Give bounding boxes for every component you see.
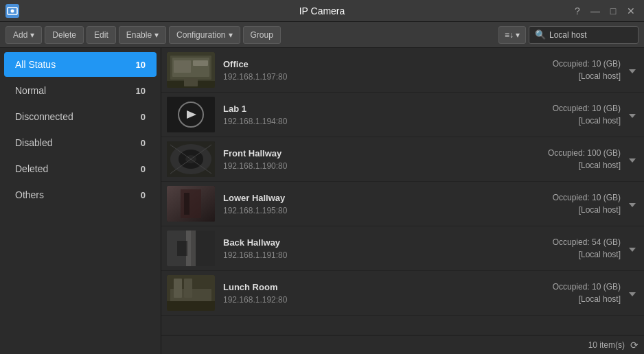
item-count: 10 item(s) [588,340,625,350]
camera-ip-lab1: 192.168.1.194:80 [223,117,553,126]
camera-info-lunch-room: Lunch Room 192.168.1.192:80 [223,282,553,305]
sort-chevron-icon: ▾ [516,30,520,40]
delete-button[interactable]: Delete [45,26,84,44]
camera-ip-lunch-room: 192.168.1.192:80 [223,295,553,305]
camera-info-office: Office 192.168.1.197:80 [223,59,553,82]
camera-name-lab1: Lab 1 [223,104,553,114]
camera-name-office: Office [223,59,553,69]
camera-expand-lower-hallway[interactable] [626,196,639,212]
svg-rect-20 [181,189,201,218]
camera-occupied-lunch-room: Occupied: 10 (GB) [553,282,621,292]
camera-info-lower-hallway: Lower Hallway 192.168.1.195:80 [223,193,553,215]
camera-host-lower-hallway: [Local host] [553,205,621,215]
add-chevron-icon: ▾ [30,30,34,40]
close-button[interactable]: ✕ [623,3,639,19]
camera-occupied-office: Occupied: 10 (GB) [553,59,621,69]
sidebar-item-disconnected[interactable]: Disconnected 0 [4,104,157,129]
sidebar-label-others: Others [15,189,44,200]
sidebar-label-all-status: All Status [15,59,56,70]
camera-host-back-hallway: [Local host] [553,250,621,259]
enable-chevron-icon: ▾ [154,30,159,40]
camera-row-office[interactable]: Office 192.168.1.197:80 Occupied: 10 (GB… [161,48,644,93]
camera-thumb-back-hallway [167,231,215,266]
svg-rect-6 [193,60,208,66]
edit-button[interactable]: Edit [87,26,116,44]
camera-row-front-hallway[interactable]: Front Hallway 192.168.1.190:80 Occupied:… [161,137,644,182]
camera-expand-front-hallway[interactable] [626,151,639,167]
camera-name-lunch-room: Lunch Room [223,282,553,292]
minimize-button[interactable]: — [588,3,603,19]
main-layout: All Status 10 Normal 10 Disconnected 0 D… [0,48,644,354]
group-label: Group [251,30,273,40]
camera-ip-office: 192.168.1.197:80 [223,72,553,82]
camera-expand-lunch-room[interactable] [626,285,639,301]
sidebar-label-deleted: Deleted [15,163,48,174]
sidebar-item-disabled[interactable]: Disabled 0 [4,130,157,155]
camera-info-lab1: Lab 1 192.168.1.194:80 [223,104,553,126]
window-controls: ? — □ ✕ [570,3,639,19]
camera-expand-lab1[interactable] [626,106,639,123]
enable-button[interactable]: Enable ▾ [119,26,166,44]
sort-icon: ≡↓ [505,30,514,40]
camera-name-back-hallway: Back Hallway [223,237,553,248]
sort-button[interactable]: ≡↓ ▾ [498,26,526,44]
camera-occupied-lab1: Occupied: 10 (GB) [553,104,621,113]
camera-status-lunch-room: Occupied: 10 (GB) [Local host] [553,282,621,304]
camera-status-office: Occupied: 10 (GB) [Local host] [553,59,621,81]
sidebar-count-deleted: 0 [141,164,146,174]
configuration-button[interactable]: Configuration ▾ [169,26,240,44]
sidebar-item-all-status[interactable]: All Status 10 [4,52,157,77]
sidebar-item-normal[interactable]: Normal 10 [4,78,157,103]
camera-row-lunch-room[interactable]: Lunch Room 192.168.1.192:80 Occupied: 10… [161,271,644,316]
camera-status-front-hallway: Occupied: 100 (GB) [Local host] [548,148,621,170]
sidebar-count-disconnected: 0 [141,112,146,122]
chevron-down-icon [629,292,636,296]
camera-list: Office 192.168.1.197:80 Occupied: 10 (GB… [161,48,644,354]
chevron-down-icon [629,69,636,73]
search-box[interactable]: 🔍 [529,26,639,44]
sidebar-count-all-status: 10 [136,60,146,70]
chevron-down-icon [629,203,636,207]
title-bar: IP Camera ? — □ ✕ [0,0,644,22]
camera-thumb-office [167,52,215,88]
camera-occupied-front-hallway: Occupied: 100 (GB) [548,148,621,158]
maximize-button[interactable]: □ [606,3,621,19]
camera-expand-back-hallway[interactable] [626,240,639,257]
sidebar-count-others: 0 [141,190,146,200]
sidebar: All Status 10 Normal 10 Disconnected 0 D… [0,48,161,354]
refresh-icon[interactable]: ⟳ [630,340,639,351]
camera-name-front-hallway: Front Hallway [223,148,548,158]
sidebar-item-others[interactable]: Others 0 [4,182,157,207]
help-button[interactable]: ? [570,3,585,19]
svg-rect-30 [184,279,192,298]
sidebar-label-disabled: Disabled [15,137,52,148]
camera-expand-office[interactable] [626,62,639,78]
svg-rect-29 [174,279,182,298]
svg-rect-31 [167,301,215,311]
camera-name-lower-hallway: Lower Hallway [223,193,553,203]
camera-info-back-hallway: Back Hallway 192.168.1.191:80 [223,237,553,260]
camera-host-lunch-room: [Local host] [553,294,621,304]
camera-row-back-hallway[interactable]: Back Hallway 192.168.1.191:80 Occupied: … [161,226,644,271]
camera-host-front-hallway: [Local host] [548,161,621,170]
camera-thumb-lower-hallway [167,186,215,222]
add-button[interactable]: Add ▾ [5,26,42,44]
search-input[interactable] [549,30,632,40]
svg-rect-25 [186,231,196,266]
svg-point-1 [11,9,14,12]
toolbar: Add ▾ Delete Edit Enable ▾ Configuration… [0,22,644,48]
camera-status-lab1: Occupied: 10 (GB) [Local host] [553,104,621,126]
camera-row-lower-hallway[interactable]: Lower Hallway 192.168.1.195:80 Occupied:… [161,182,644,226]
footer: 10 item(s) ⟳ [161,335,644,354]
camera-status-back-hallway: Occupied: 54 (GB) [Local host] [553,237,621,259]
sidebar-label-normal: Normal [15,85,46,96]
svg-rect-8 [184,78,198,86]
add-label: Add [13,30,27,40]
camera-host-lab1: [Local host] [553,116,621,126]
svg-rect-5 [174,60,191,73]
sidebar-item-deleted[interactable]: Deleted 0 [4,156,157,181]
group-button[interactable]: Group [243,26,281,44]
svg-rect-21 [184,193,189,215]
camera-row-lab1[interactable]: Lab 1 192.168.1.194:80 Occupied: 10 (GB)… [161,93,644,137]
delete-label: Delete [52,30,76,40]
